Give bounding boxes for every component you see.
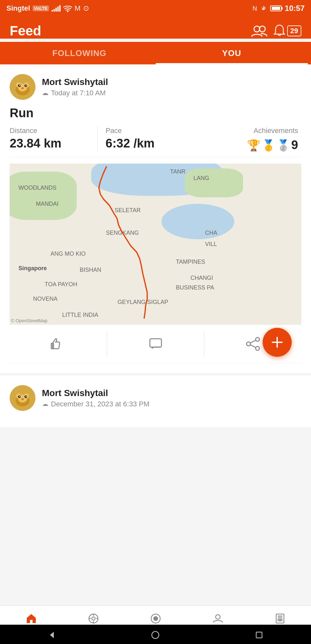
svg-point-14 <box>28 78 33 84</box>
map-copyright: © OpenStreetMap <box>11 318 47 323</box>
avatar[interactable] <box>10 74 35 100</box>
svg-line-21 <box>250 345 256 347</box>
carrier-name: Singtel <box>6 4 30 13</box>
activity-type: Run <box>10 106 301 120</box>
status-right: N 10:57 <box>252 4 305 13</box>
achievements-label: Achievements <box>193 127 298 135</box>
content-area: Mort Swishytail Today at 7:10 AM Run Dis… <box>0 64 311 427</box>
route-svg <box>10 164 301 325</box>
tab-bar: FOLLOWING YOU <box>0 42 311 64</box>
shoe-icon-2 <box>42 401 49 408</box>
svg-point-10 <box>19 85 20 86</box>
status-bar: Singtel VoLTE M ⊙ N 10:57 <box>0 0 311 17</box>
trophy-icon: 🏆 <box>247 139 260 152</box>
svg-point-31 <box>19 396 20 397</box>
volte-badge: VoLTE <box>33 5 49 11</box>
post-time-2: December 31, 2023 at 6:33 PM <box>42 400 150 408</box>
header-actions: 29 <box>251 24 301 37</box>
svg-rect-52 <box>256 632 262 638</box>
time-display: 10:57 <box>285 4 305 13</box>
medal-icon-2: 🥈 <box>277 139 290 152</box>
compass-icon <box>88 613 99 624</box>
svg-point-33 <box>21 398 24 400</box>
svg-point-2 <box>259 26 265 32</box>
post-user-info-2: Mort Swishytail December 31, 2023 at 6:3… <box>42 388 150 408</box>
post-username[interactable]: Mort Swishytail <box>42 77 108 87</box>
distance-value: 23.84 km <box>10 137 97 150</box>
pace-value: 6:32 /km <box>106 137 193 150</box>
svg-point-17 <box>256 337 259 341</box>
action-bar-wrapper <box>10 325 301 363</box>
post-card: Mort Swishytail Today at 7:10 AM Run Dis… <box>0 64 311 373</box>
status-left: Singtel VoLTE M ⊙ <box>6 4 89 13</box>
svg-point-11 <box>26 85 27 86</box>
post-user-info: Mort Swishytail Today at 7:10 AM <box>42 77 108 97</box>
svg-point-43 <box>154 617 158 620</box>
route-map[interactable]: WOODLANDS MANDAI SELETAR SENGKANG ANG MO… <box>10 164 301 325</box>
page-title: Feed <box>10 23 41 39</box>
fab-add-button[interactable] <box>263 328 292 357</box>
gmail-icon: M <box>75 4 81 13</box>
svg-point-1 <box>254 26 260 32</box>
achievements-icons: 🏆 🥇 🥈 9 <box>247 138 298 152</box>
notification-count: 29 <box>287 25 301 36</box>
tab-you[interactable]: YOU <box>156 42 308 64</box>
svg-point-51 <box>152 631 159 639</box>
svg-point-13 <box>13 78 17 84</box>
svg-rect-49 <box>280 619 282 621</box>
stats-row: Distance 23.84 km Pace 6:32 /km Achievem… <box>10 127 301 157</box>
svg-rect-16 <box>150 339 161 347</box>
tab-following[interactable]: FOLLOWING <box>3 42 156 64</box>
pace-label: Pace <box>106 127 193 135</box>
svg-line-20 <box>250 340 256 343</box>
svg-point-37 <box>92 617 95 620</box>
shoe-icon <box>42 90 49 97</box>
svg-point-12 <box>21 87 24 89</box>
post-time: Today at 7:10 AM <box>42 89 108 97</box>
training-icon <box>274 613 286 624</box>
distance-label: Distance <box>10 127 97 135</box>
nfc-icon: N <box>252 5 257 12</box>
whatsapp-icon: ⊙ <box>83 4 89 13</box>
distance-stat: Distance 23.84 km <box>10 127 97 150</box>
home-icon <box>25 613 37 624</box>
notification-badge[interactable]: 29 <box>274 24 301 37</box>
post-username-2[interactable]: Mort Swishytail <box>42 388 150 398</box>
post-card-2: Mort Swishytail December 31, 2023 at 6:3… <box>0 373 311 427</box>
svg-marker-50 <box>50 632 54 638</box>
svg-point-0 <box>67 11 68 12</box>
post-header: Mort Swishytail Today at 7:10 AM <box>10 74 301 100</box>
bluetooth-icon <box>260 4 267 13</box>
home-button[interactable] <box>151 629 160 639</box>
like-button[interactable] <box>10 331 107 356</box>
action-bar <box>10 325 301 363</box>
android-nav-bar <box>0 625 311 644</box>
wifi-icon <box>63 4 72 13</box>
achievements-stat: Achievements 🏆 🥇 🥈 9 <box>193 127 301 152</box>
svg-point-32 <box>26 396 27 397</box>
recents-button[interactable] <box>255 629 264 639</box>
comment-button[interactable] <box>107 331 204 356</box>
battery-icon <box>270 5 282 11</box>
map-background: WOODLANDS MANDAI SELETAR SENGKANG ANG MO… <box>10 164 301 325</box>
medal-icon-1: 🥇 <box>262 139 275 152</box>
pace-stat: Pace 6:32 /km <box>97 127 193 150</box>
svg-rect-48 <box>278 619 280 621</box>
svg-point-34 <box>13 389 17 395</box>
signal-strength-icon <box>52 5 61 12</box>
header: Feed 29 <box>0 17 311 39</box>
avatar-2[interactable] <box>10 385 35 411</box>
achievements-count: 9 <box>291 138 298 152</box>
svg-point-18 <box>256 346 259 350</box>
svg-point-35 <box>28 389 33 395</box>
record-icon <box>150 613 161 624</box>
svg-point-44 <box>216 615 220 619</box>
profile-icon <box>212 613 224 624</box>
svg-point-19 <box>247 342 250 346</box>
post-header-2: Mort Swishytail December 31, 2023 at 6:3… <box>10 385 301 411</box>
back-button[interactable] <box>47 629 56 639</box>
friends-icon[interactable] <box>251 24 267 37</box>
